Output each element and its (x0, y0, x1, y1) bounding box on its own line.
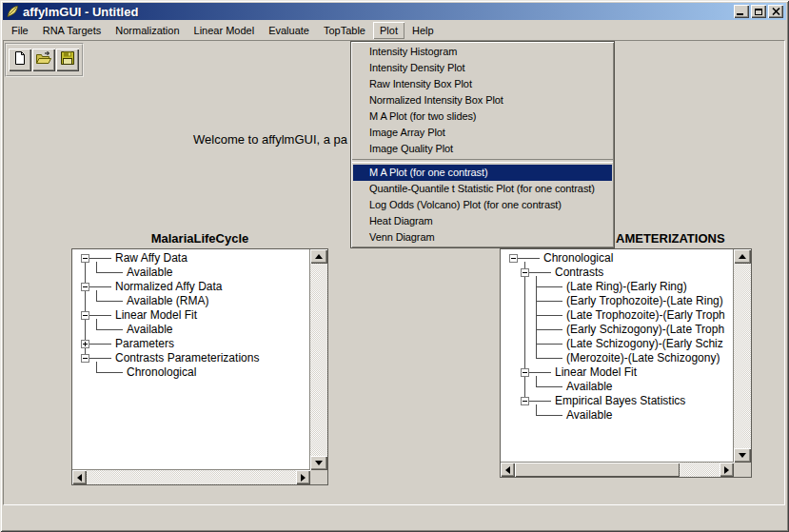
scroll-track[interactable] (310, 264, 327, 456)
scroll-right-button[interactable] (296, 470, 310, 484)
tree-item-linear-model-fit[interactable]: Linear Model Fit (555, 365, 637, 380)
arrow-down-icon (315, 461, 323, 465)
menubar-item-plot[interactable]: Plot (373, 22, 404, 39)
collapse-toggle-icon[interactable] (521, 268, 529, 277)
tree-item-available[interactable]: Available (127, 323, 172, 337)
menubar-item-evaluate[interactable]: Evaluate (262, 22, 316, 39)
tree-item-linear-model-fit[interactable]: Linear Model Fit (115, 308, 197, 323)
menu-item-intensity-histogram[interactable]: Intensity Histogram (353, 44, 612, 60)
tree-item-available[interactable]: Available (127, 266, 172, 280)
menu-item-log-odds-volcano-plot-for-one-contrast[interactable]: Log Odds (Volcano) Plot (for one contras… (353, 197, 612, 213)
menubar-item-rna-targets[interactable]: RNA Targets (36, 22, 108, 39)
arrow-up-icon (315, 254, 323, 259)
tree-connector-line (536, 358, 562, 359)
tree-item-chronological[interactable]: Chronological (543, 251, 613, 266)
tree-item-available[interactable]: Available (566, 380, 612, 394)
tree-item-parameters[interactable]: Parameters (115, 337, 174, 351)
menu-separator (352, 159, 613, 163)
tree-item-empirical-bayes-statistics[interactable]: Empirical Bayes Statistics (555, 394, 685, 408)
menu-item-normalized-intensity-box-plot[interactable]: Normalized Intensity Box Plot (353, 92, 612, 108)
tree-item-late-trophozoite-early-troph[interactable]: (Late Trophozoite)-(Early Troph (566, 308, 725, 323)
scroll-track[interactable] (87, 470, 296, 484)
tree-connector-line (536, 329, 562, 330)
new-button[interactable] (9, 49, 31, 71)
tree-connector-line (524, 262, 525, 402)
collapse-toggle-icon[interactable] (509, 254, 518, 263)
tree-item-early-schizogony-late-troph[interactable]: (Early Schizogony)-(Late Troph (566, 323, 724, 337)
new-document-icon (12, 50, 28, 69)
collapse-toggle-icon[interactable] (81, 283, 89, 291)
menu-item-raw-intensity-box-plot[interactable]: Raw Intensity Box Plot (353, 76, 612, 92)
menu-item-m-a-plot-for-one-contrast[interactable]: M A Plot (for one contrast) (353, 165, 612, 181)
minimize-button[interactable] (734, 5, 749, 18)
tree-connector-line (96, 372, 123, 373)
expand-toggle-icon[interactable] (81, 340, 89, 348)
right-tree-panel: ChronologicalContrasts(Late Ring)-(Early… (500, 248, 752, 478)
open-folder-icon (35, 50, 52, 69)
menubar-item-file[interactable]: File (5, 22, 35, 39)
maximize-button[interactable] (751, 5, 766, 18)
tree-connector-line (96, 272, 123, 273)
arrow-right-icon (724, 466, 729, 474)
tree-item-late-schizogony-early-schiz[interactable]: (Late Schizogony)-(Early Schiz (566, 337, 723, 351)
tree-connector-line (536, 344, 562, 345)
scroll-right-button[interactable] (720, 463, 734, 477)
menu-item-quantile-quantile-t-statistic-plot-for-one-contrast[interactable]: Quantile-Quantile t Statistic Plot (for … (353, 181, 612, 197)
tree-item-early-trophozoite-late-ring[interactable]: (Early Trophozoite)-(Late Ring) (566, 294, 723, 308)
tree-item-normalized-affy-data[interactable]: Normalized Affy Data (115, 280, 223, 294)
menu-item-intensity-density-plot[interactable]: Intensity Density Plot (353, 60, 612, 76)
collapse-toggle-icon[interactable] (521, 368, 529, 377)
scroll-up-button[interactable] (734, 249, 751, 264)
menu-item-venn-diagram[interactable]: Venn Diagram (353, 229, 612, 246)
menubar-item-normalization[interactable]: Normalization (108, 22, 186, 39)
menu-item-heat-diagram[interactable]: Heat Diagram (353, 213, 612, 229)
scroll-left-button[interactable] (501, 463, 515, 477)
menubar: FileRNA TargetsNormalizationLinear Model… (3, 20, 786, 40)
tree-item-raw-affy-data[interactable]: Raw Affy Data (115, 251, 187, 266)
collapse-toggle-icon[interactable] (81, 311, 89, 320)
minimize-icon (737, 13, 743, 15)
close-icon (772, 8, 780, 15)
menubar-item-linear-model[interactable]: Linear Model (187, 22, 262, 39)
scroll-left-button[interactable] (72, 470, 87, 484)
collapse-toggle-icon[interactable] (521, 397, 529, 405)
tree-item-contrasts[interactable]: Contrasts (555, 266, 603, 280)
menu-item-image-quality-plot[interactable]: Image Quality Plot (353, 141, 612, 157)
open-button[interactable] (32, 49, 55, 71)
titlebar: affylmGUI - Untitled (3, 3, 786, 20)
collapse-toggle-icon[interactable] (81, 254, 89, 263)
tree-item-merozoite-late-schizogony[interactable]: (Merozoite)-(Late Schizogony) (566, 351, 720, 365)
tree-item-available-rma[interactable]: Available (RMA) (127, 294, 208, 308)
menu-item-image-array-plot[interactable]: Image Array Plot (353, 125, 612, 141)
feather-app-icon (6, 5, 19, 18)
scroll-track[interactable] (734, 264, 751, 448)
save-floppy-icon (60, 50, 75, 69)
app-window: affylmGUI - Untitled FileRNA TargetsNorm… (0, 0, 789, 532)
save-button[interactable] (56, 49, 79, 71)
left-tree-canvas: Raw Affy DataAvailableNormalized Affy Da… (72, 249, 310, 470)
scroll-thumb[interactable] (515, 463, 680, 477)
close-button[interactable] (768, 5, 783, 18)
scroll-down-button[interactable] (734, 448, 751, 463)
left-tree-title: MalariaLifeCycle (71, 231, 328, 246)
tree-item-contrasts-parameterizations[interactable]: Contrasts Parameterizations (115, 351, 259, 365)
tree-connector-line (536, 315, 562, 316)
menubar-item-help[interactable]: Help (405, 22, 441, 39)
maximize-icon (755, 9, 762, 15)
arrow-right-icon (301, 474, 306, 482)
scroll-up-button[interactable] (310, 249, 327, 264)
menubar-item-toptable[interactable]: TopTable (317, 22, 372, 39)
menu-item-m-a-plot-for-two-slides[interactable]: M A Plot (for two slides) (353, 108, 612, 125)
welcome-message: Welcome to affylmGUI, a pa (193, 132, 347, 147)
collapse-toggle-icon[interactable] (81, 354, 89, 363)
right-tree-horizontal-scrollbar[interactable] (501, 463, 734, 477)
tree-item-late-ring-early-ring[interactable]: (Late Ring)-(Early Ring) (566, 280, 687, 294)
tree-item-chronological[interactable]: Chronological (127, 365, 196, 380)
tree-connector-line (536, 386, 562, 387)
tree-connector-line (536, 301, 562, 302)
left-tree-vertical-scrollbar[interactable] (310, 249, 327, 470)
scroll-down-button[interactable] (310, 456, 327, 470)
right-tree-vertical-scrollbar[interactable] (734, 249, 751, 463)
tree-item-available[interactable]: Available (566, 408, 612, 423)
left-tree-horizontal-scrollbar[interactable] (72, 470, 310, 484)
